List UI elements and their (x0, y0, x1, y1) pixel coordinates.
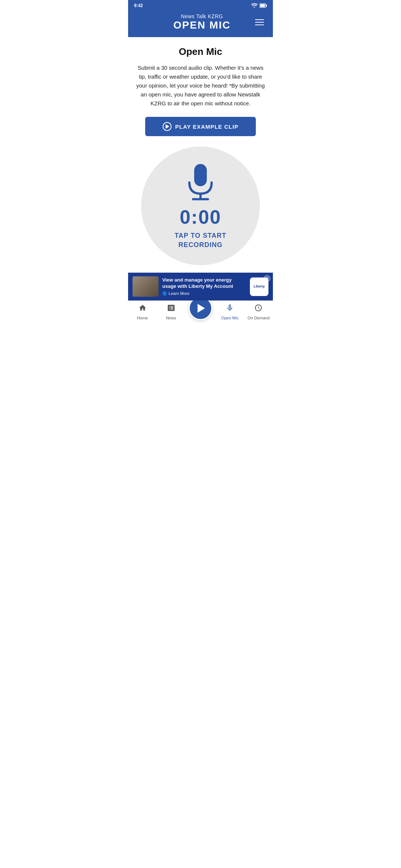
nav-item-home[interactable]: Home (131, 304, 154, 320)
ad-image-inner (133, 276, 159, 297)
header-title-block: News Talk KZRG OPEN MIC (150, 13, 254, 31)
svg-rect-3 (194, 164, 207, 186)
svg-rect-2 (266, 5, 267, 7)
ad-banner: View and manage your energy usage with L… (128, 273, 273, 300)
ad-image (133, 276, 159, 297)
svg-rect-1 (260, 4, 265, 7)
recording-area[interactable]: 0:00 TAP TO STARTRECORDING (141, 147, 260, 265)
nav-label-home: Home (137, 316, 148, 320)
header-subtitle: News Talk KZRG (181, 13, 223, 19)
app-header: News Talk KZRG OPEN MIC (128, 10, 273, 37)
timer-display: 0:00 (180, 206, 221, 228)
bottom-navigation: Home News Open Mic On Demand (128, 300, 273, 325)
main-content: Open Mic Submit a 30 second audio clip. … (128, 37, 273, 265)
status-icons (251, 3, 267, 8)
nav-item-news[interactable]: News (160, 304, 182, 320)
play-triangle-icon (166, 124, 169, 129)
play-example-label: PLAY EXAMPLE CLIP (175, 124, 238, 130)
page-title: Open Mic (179, 46, 222, 57)
play-example-button[interactable]: PLAY EXAMPLE CLIP (145, 117, 256, 136)
ad-headline: View and manage your energy usage with L… (162, 277, 246, 290)
microphone-icon (184, 162, 217, 203)
status-bar: 9:42 (128, 0, 273, 10)
menu-button[interactable] (254, 18, 265, 27)
news-icon (167, 304, 175, 314)
open-mic-icon (226, 304, 234, 314)
description-text: Submit a 30 second audio clip. Whether i… (136, 63, 265, 108)
tap-to-start-label: TAP TO STARTRECORDING (175, 231, 226, 250)
wifi-icon (251, 3, 257, 8)
nav-play-triangle-icon (198, 304, 205, 313)
nav-item-open-mic[interactable]: Open Mic (219, 304, 241, 320)
status-time: 9:42 (134, 3, 143, 8)
ad-text-block: View and manage your energy usage with L… (162, 277, 246, 296)
play-circle-icon (163, 122, 172, 131)
battery-icon (260, 3, 267, 8)
menu-line-3 (255, 24, 264, 25)
on-demand-icon (254, 304, 263, 314)
status-time-block: 9:42 (134, 3, 143, 8)
home-icon (138, 304, 147, 314)
nav-item-on-demand[interactable]: On Demand (247, 304, 270, 320)
menu-line-1 (255, 19, 264, 20)
ad-close-button[interactable]: ✕ (263, 275, 271, 282)
nav-label-news: News (166, 316, 176, 320)
nav-label-open-mic: Open Mic (221, 316, 239, 320)
menu-line-2 (255, 22, 264, 23)
header-title: OPEN MIC (173, 19, 231, 31)
ad-cta[interactable]: 🔵 Learn More (162, 291, 246, 296)
nav-label-on-demand: On Demand (248, 316, 270, 320)
